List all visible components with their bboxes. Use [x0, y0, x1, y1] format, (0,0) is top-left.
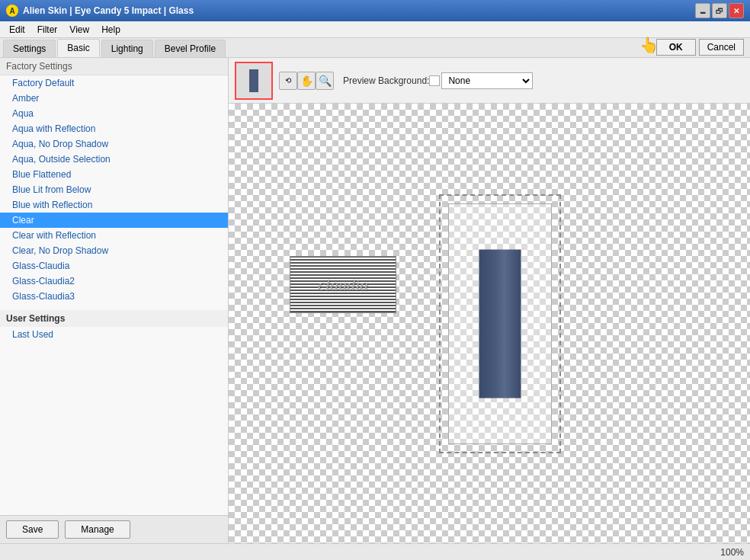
left-panel: Factory Settings Factory DefaultAmberAqu… [0, 58, 229, 543]
right-panel: ⟲ ✋ 🔍 Preview Background: None White Bla… [229, 58, 750, 543]
preset-item[interactable]: Glass-Claudia3 [0, 289, 228, 304]
restore-button[interactable]: 🗗 [712, 3, 727, 18]
user-settings-header: User Settings [0, 310, 228, 327]
preset-item[interactable]: Last Used [0, 327, 228, 342]
glass-rect [479, 249, 521, 398]
preset-item[interactable]: Clear, No Drop Shadow [0, 243, 228, 258]
glass-outer [439, 194, 561, 453]
zoom-level: 100% [720, 547, 744, 558]
preview-bg-label: Preview Background: [343, 75, 429, 86]
tab-bar: Settings Basic Lighting Bevel Profile 👆 … [0, 38, 750, 58]
tab-settings[interactable]: Settings [3, 40, 56, 57]
preset-header: Factory Settings [0, 58, 228, 75]
preset-item[interactable]: Glass-Claudia2 [0, 274, 228, 289]
title-bar: A Alien Skin | Eye Candy 5 Impact | Glas… [0, 0, 750, 21]
preset-item[interactable]: Aqua, Outside Selection [0, 152, 228, 167]
claudia-text: claudia [318, 275, 368, 295]
preview-thumbnail [235, 62, 273, 100]
preset-item[interactable]: Blue with Reflection [0, 197, 228, 213]
save-button[interactable]: Save [6, 520, 59, 539]
cancel-button[interactable]: Cancel [699, 39, 744, 56]
zoom-reset-button[interactable]: ⟲ [279, 72, 297, 90]
preset-item[interactable]: Clear [0, 213, 228, 228]
ok-button[interactable]: OK [656, 39, 696, 56]
main-area: Factory Settings Factory DefaultAmberAqu… [0, 58, 750, 543]
tab-lighting[interactable]: Lighting [101, 40, 153, 57]
preset-item[interactable]: Clear with Reflection [0, 228, 228, 243]
preset-item[interactable]: Glass-Claudia [0, 258, 228, 274]
window-title: Alien Skin | Eye Candy 5 Impact | Glass [23, 5, 694, 16]
bottom-buttons: Save Manage [0, 515, 228, 543]
glass-preview [439, 194, 561, 453]
menu-edit[interactable]: Edit [3, 23, 31, 37]
app-icon: A [6, 5, 18, 17]
preset-list: Factory DefaultAmberAquaAqua with Reflec… [0, 75, 228, 342]
pan-button[interactable]: ✋ [297, 72, 316, 90]
menu-view[interactable]: View [63, 23, 95, 37]
preset-item[interactable]: Amber [0, 91, 228, 106]
preset-item[interactable]: Factory Default [0, 75, 228, 91]
manage-button[interactable]: Manage [65, 520, 130, 539]
watermark-band: claudia [290, 256, 396, 313]
preset-list-container[interactable]: Factory DefaultAmberAquaAqua with Reflec… [0, 75, 228, 515]
preset-item[interactable]: Aqua [0, 106, 228, 121]
preview-area[interactable]: claudia [229, 104, 750, 543]
zoom-in-button[interactable]: 🔍 [316, 72, 334, 90]
tab-basic[interactable]: Basic [57, 39, 99, 57]
menu-bar: Edit Filter View Help [0, 21, 750, 38]
thumb-shape [249, 69, 258, 92]
preset-item[interactable]: Aqua with Reflection [0, 121, 228, 136]
close-button[interactable]: ✕ [729, 3, 744, 18]
bg-color-swatch [429, 75, 440, 86]
status-bar: 100% [0, 543, 750, 560]
menu-help[interactable]: Help [95, 23, 127, 37]
preset-item[interactable]: Blue Lit from Below [0, 182, 228, 197]
tab-bevel-profile[interactable]: Bevel Profile [155, 40, 226, 57]
preset-item[interactable]: Aqua, No Drop Shadow [0, 136, 228, 152]
glass-inner-frame [448, 203, 552, 444]
preview-bg-select[interactable]: None White Black Custom... [441, 72, 533, 89]
minimize-button[interactable]: 🗕 [695, 3, 710, 18]
preset-item[interactable]: Blue Flattened [0, 167, 228, 182]
menu-filter[interactable]: Filter [31, 23, 64, 37]
